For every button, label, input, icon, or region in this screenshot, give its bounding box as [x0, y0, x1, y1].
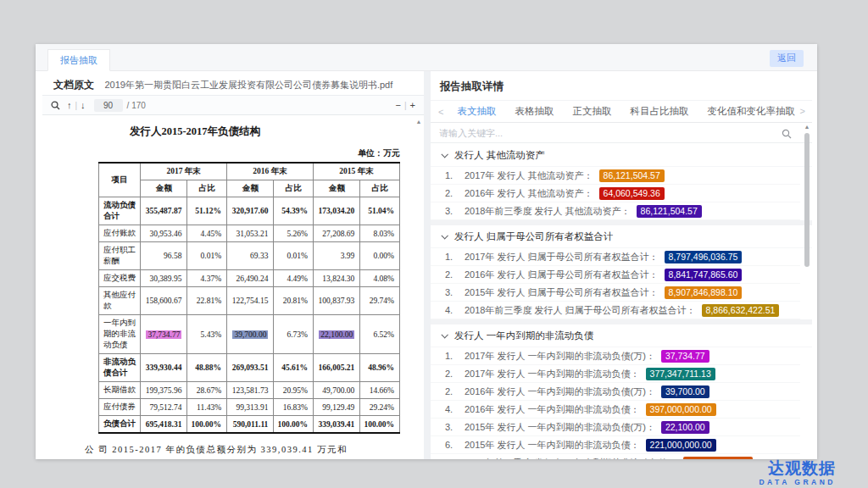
search-icon[interactable] [51, 101, 60, 110]
row-value-cell: 14.66% [360, 382, 400, 399]
row-value-cell: 4.08% [360, 270, 400, 287]
value-badge[interactable]: 86,121,504.57 [599, 169, 665, 182]
search-placeholder: 请输入关键字... [439, 127, 503, 140]
value-badge[interactable]: 221,000,000.00 [646, 439, 716, 452]
value-badge[interactable]: 37,734.77 [661, 350, 709, 363]
extraction-list: 发行人 其他流动资产1.2017年 发行人 其他流动资产：86,121,504.… [431, 144, 812, 459]
row-value-cell: 51.12% [187, 197, 227, 225]
extraction-detail-panel: 报告抽取详情 < 表文抽取表格抽取正文抽取科目占比抽取变化值和变化率抽取董监高年… [431, 71, 812, 459]
row-value-cell: 158,600.67 [141, 287, 187, 315]
detail-tab-1[interactable]: 表格抽取 [505, 105, 563, 118]
item-number: 6. [445, 440, 465, 450]
item-number: 4. [445, 305, 465, 315]
detail-tab-2[interactable]: 正文抽取 [563, 105, 620, 118]
highlighted-value[interactable]: 22,100.00 [319, 330, 354, 339]
list-item[interactable]: 2.2016年 发行人 一年内到期的非流动负债(万)：39,700.00 [431, 383, 800, 401]
table-row: 非流动负债合计339,930.4448.88%269,093.5145.61%1… [99, 354, 400, 382]
highlighted-value[interactable]: 37,734.77 [146, 330, 181, 339]
list-item[interactable]: 2.2016年 发行人 归属于母公司所有者权益合计：8,841,747,865.… [431, 266, 800, 284]
row-value-cell: 173,034.20 [314, 197, 360, 225]
tab-report-extraction[interactable]: 报告抽取 [47, 49, 110, 71]
detail-tab-4[interactable]: 变化值和变化率抽取 [698, 105, 804, 118]
group-title: 发行人 归属于母公司所有者权益合计 [454, 230, 613, 243]
right-panel-scrollbar[interactable]: ▲ [804, 124, 810, 456]
back-button[interactable]: 返回 [770, 50, 804, 67]
detail-tab-0[interactable]: 表文抽取 [448, 105, 505, 118]
extraction-group: 发行人 其他流动资产1.2017年 发行人 其他流动资产：86,121,504.… [431, 144, 812, 220]
value-badge[interactable]: 64,060,549.36 [599, 187, 665, 200]
table-row: 应付职工薪酬96.580.01%69.330.01%3.990.00% [99, 242, 400, 270]
value-badge[interactable]: 397,000,000.00 [646, 403, 716, 416]
top-tab-strip: 报告抽取 返回 [36, 44, 817, 71]
value-badge[interactable]: 39,700.00 [661, 385, 709, 398]
extraction-group: 发行人 一年内到期的非流动负债1.2017年 发行人 一年内到期的非流动负债(万… [431, 324, 812, 459]
search-icon[interactable] [782, 127, 792, 142]
col-header-ratio: 占比 [274, 180, 314, 197]
table-row: 负债合计695,418.31100.00%590,011.11100.00%33… [99, 416, 400, 434]
list-item[interactable]: 1.2017年 发行人 归属于母公司所有者权益合计：8,797,496,036.… [431, 248, 800, 266]
row-value-cell: 79,512.74 [141, 399, 187, 416]
row-value-cell: 339,039.41 [314, 416, 360, 434]
row-item-label: 长期借款 [99, 382, 141, 399]
group-header[interactable]: 发行人 其他流动资产 [431, 144, 812, 167]
tabs-scroll-right-icon[interactable]: > [796, 106, 810, 116]
row-value-cell: 13,824.30 [314, 270, 360, 287]
keyword-search-bar[interactable]: 请输入关键字... [431, 123, 812, 143]
value-badge[interactable]: 8,797,496,036.75 [665, 251, 743, 263]
list-item[interactable]: 2.2016年 发行人 其他流动资产：64,060,549.36 [431, 185, 800, 202]
row-value-cell: 27,208.69 [314, 225, 360, 242]
scrollbar-thumb[interactable] [804, 133, 810, 267]
zoom-in-button[interactable]: + [410, 100, 415, 110]
group-header[interactable]: 发行人 一年内到期的非流动负债 [431, 324, 812, 347]
item-label: 2016年 发行人 一年内到期的非流动负债： [465, 403, 640, 416]
row-value-cell: 69.33 [227, 242, 274, 270]
row-value-cell: 590,011.11 [227, 416, 274, 434]
value-badge[interactable]: 8,866,632,422.51 [702, 304, 780, 317]
list-item[interactable]: 4.2016年 发行人 一年内到期的非流动负债：397,000,000.00 [431, 401, 800, 419]
item-number: 4. [445, 458, 465, 459]
list-item[interactable]: 6.2015年 发行人 一年内到期的非流动负债：221,000,000.00 [431, 436, 800, 454]
page-down-icon[interactable]: ↓ [81, 100, 86, 110]
zoom-out-button[interactable]: − [396, 100, 401, 110]
list-item[interactable]: 3.2015年 发行人 一年内到期的非流动负债(万)：22,100.00 [431, 419, 800, 436]
pdf-scroll-up-icon[interactable]: ▲ [415, 118, 423, 126]
list-item[interactable]: 1.2017年 发行人 其他流动资产：86,121,504.57 [431, 167, 800, 185]
tabs-scroll-left-icon[interactable]: < [434, 107, 448, 117]
page-up-icon[interactable]: ↑ [67, 100, 72, 110]
value-badge[interactable]: 377,347,711.13 [646, 368, 715, 380]
list-item[interactable]: 1.2017年 发行人 一年内到期的非流动负债(万)：37,734.77 [431, 347, 800, 365]
table-row: 一年内到期的非流动负债37,734.775.43%39,700.006.73%2… [99, 315, 400, 354]
chevron-down-icon [441, 151, 448, 158]
detail-tab-3[interactable]: 科目占比抽取 [620, 105, 698, 118]
value-badge[interactable]: 8,841,747,865.60 [665, 269, 743, 281]
list-item[interactable]: 2.2017年 发行人 一年内到期的非流动负债：377,347,711.13 [431, 365, 800, 383]
value-badge[interactable]: 86,121,504.57 [637, 205, 702, 218]
item-label: 2018年前三季度 发行人 一年内到期的非流动负债： [465, 457, 677, 460]
item-label: 2017年 发行人 一年内到期的非流动负债： [465, 368, 640, 380]
highlighted-value[interactable]: 39,700.00 [232, 330, 268, 339]
item-number: 2. [445, 369, 465, 379]
row-value-cell: 20.95% [274, 382, 314, 399]
row-item-label: 一年内到期的非流动负债 [99, 315, 141, 354]
chevron-down-icon [441, 232, 448, 239]
toolbar-separator: | [75, 101, 78, 110]
list-item[interactable]: 3.2018年前三季度 发行人 其他流动资产：86,121,504.57 [431, 202, 800, 220]
page-number-input[interactable] [94, 99, 123, 112]
list-item[interactable]: 4.2018年前三季度 发行人 一年内到期的非流动负债：377,347,711.… [431, 454, 800, 459]
row-value-cell: 3.99 [314, 242, 360, 270]
value-badge[interactable]: 377,347,711.13 [683, 457, 753, 460]
panel-divider [424, 71, 431, 459]
group-header[interactable]: 发行人 归属于母公司所有者权益合计 [431, 225, 812, 248]
row-value-cell: 199,375.96 [141, 382, 187, 399]
row-item-label: 非流动负债合计 [99, 354, 141, 382]
row-value-cell: 31,053.21 [227, 225, 274, 242]
row-value-cell: 8.03% [360, 225, 400, 242]
value-badge[interactable]: 22,100.00 [661, 421, 709, 434]
scrollbar-up-icon[interactable]: ▲ [804, 124, 810, 130]
value-badge[interactable]: 8,907,846,898.10 [665, 286, 743, 299]
row-value-cell: 11.43% [187, 399, 227, 416]
debt-table-body: 流动负债合计355,487.8751.12%320,917.6054.39%17… [99, 197, 400, 434]
list-item[interactable]: 3.2015年 发行人 归属于母公司所有者权益合计：8,907,846,898.… [431, 284, 800, 302]
item-label: 2016年 发行人 一年内到期的非流动负债(万)： [465, 385, 655, 398]
list-item[interactable]: 4.2018年前三季度 发行人 归属于母公司所有者权益合计：8,866,632,… [431, 302, 800, 319]
